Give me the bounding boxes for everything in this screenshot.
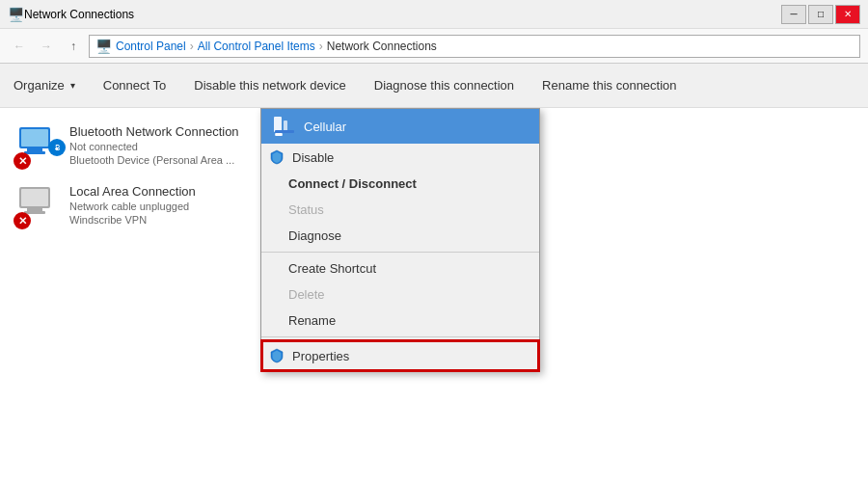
rename-label: Rename [288,313,336,328]
breadcrumb-all-items[interactable]: All Control Panel Items [198,40,315,53]
bluetooth-badge: Ƀ [48,139,66,156]
cellular-icon [273,115,296,138]
sep1: › [190,40,194,53]
status-label: Status [288,202,324,217]
rename-button[interactable]: Rename this connection [529,64,691,107]
svg-rect-18 [275,130,294,133]
close-button[interactable]: ✕ [835,5,860,24]
context-menu-diagnose[interactable]: Diagnose [261,223,539,249]
context-menu-header: Cellular [261,109,539,144]
sep2: › [319,40,323,53]
svg-rect-16 [274,117,282,132]
context-menu-disable[interactable]: Disable [261,144,539,171]
context-menu: Cellular Disable Connect / Disconnect St… [260,108,540,372]
svg-rect-19 [275,133,283,136]
diagnose-button[interactable]: Diagnose this connection [361,64,529,107]
disable-device-button[interactable]: Disable this network device [180,64,361,107]
svg-rect-10 [27,208,42,211]
context-menu-delete: Delete [261,281,539,308]
context-menu-connect[interactable]: Connect / Disconnect [261,171,539,197]
title-bar-controls: ─ □ ✕ [781,5,860,24]
connect-to-button[interactable]: Connect To [90,64,181,107]
context-menu-properties[interactable]: Properties [261,340,539,371]
shield-icon-disable [269,149,285,165]
toolbar: Organize Connect To Disable this network… [0,64,868,108]
separator-2 [261,336,539,337]
context-menu-create-shortcut[interactable]: Create Shortcut [261,255,539,281]
context-menu-status: Status [261,197,539,223]
connect-disconnect-label: Connect / Disconnect [288,176,417,191]
main-area: ✕ Ƀ Bluetooth Network Connection Not con… [0,108,868,482]
breadcrumb-control-panel[interactable]: Control Panel [116,40,186,53]
create-shortcut-label: Create Shortcut [288,261,376,276]
properties-label: Properties [292,349,349,363]
network-icon-local: ✕ [15,181,62,228]
svg-rect-2 [27,148,42,151]
minimize-button[interactable]: ─ [781,5,806,24]
up-button[interactable]: ↑ [62,35,85,58]
title-bar-text: Network Connections [24,8,134,21]
forward-button[interactable]: → [35,35,58,58]
address-path[interactable]: 🖥️ Control Panel › All Control Panel Ite… [89,35,860,58]
separator-1 [261,252,539,253]
network-icon-bluetooth: ✕ Ƀ [15,121,62,168]
delete-label: Delete [288,287,325,302]
path-icon: 🖥️ [95,39,112,54]
maximize-button[interactable]: □ [808,5,833,24]
organize-button[interactable]: Organize [0,64,90,107]
error-badge-local: ✕ [14,212,31,229]
context-menu-rename[interactable]: Rename [261,308,539,334]
breadcrumb-network: Network Connections [327,40,437,53]
error-badge-bluetooth: ✕ [14,152,31,170]
back-button[interactable]: ← [8,35,31,58]
disable-label: Disable [292,150,334,165]
context-menu-title: Cellular [304,120,346,134]
shield-icon-properties [269,348,285,363]
svg-rect-1 [21,129,48,147]
title-bar: 🖥️ Network Connections ─ □ ✕ [0,0,868,29]
address-bar: ← → ↑ 🖥️ Control Panel › All Control Pan… [0,29,868,64]
title-bar-icon: 🖥️ [8,7,24,22]
svg-rect-9 [21,189,48,206]
diagnose-label: Diagnose [288,228,341,243]
